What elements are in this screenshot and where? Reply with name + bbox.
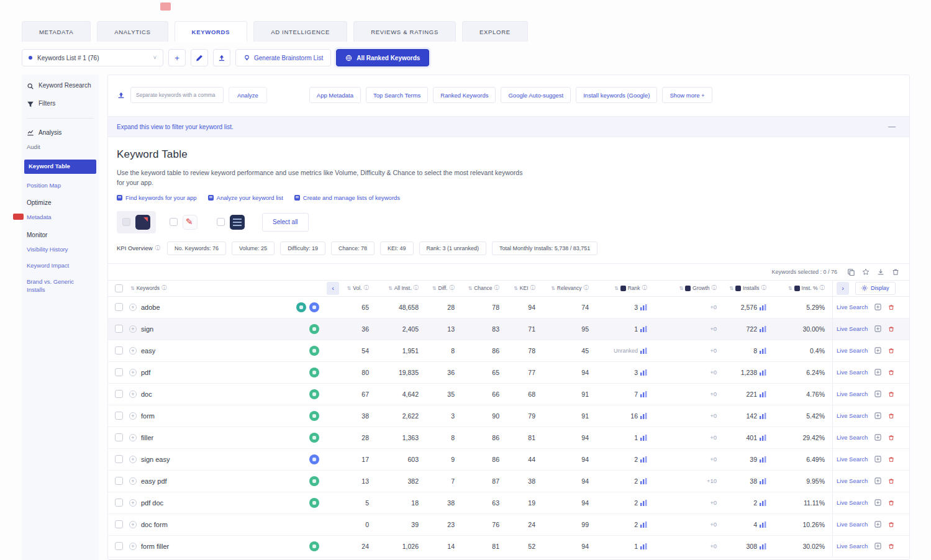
mini-chart-icon[interactable] xyxy=(760,435,766,441)
mini-chart-icon[interactable] xyxy=(760,456,766,463)
green-status-badge[interactable] xyxy=(309,498,319,508)
mini-chart-icon[interactable] xyxy=(640,413,647,419)
tab-keywords[interactable]: KEYWORDS xyxy=(175,21,248,42)
column-header-growth[interactable]: ⇅Growthⓘ xyxy=(655,284,724,292)
green-status-badge[interactable] xyxy=(309,433,319,443)
column-header-keywords[interactable]: ⇅Keywordsⓘ xyxy=(129,284,325,292)
live-search-link[interactable]: Live Search xyxy=(837,391,868,397)
row-checkbox[interactable] xyxy=(115,433,123,441)
add-keyword-icon[interactable]: + xyxy=(129,543,137,550)
sidebar-item-keyword-table[interactable]: Keyword Table xyxy=(24,160,96,174)
mini-chart-icon[interactable] xyxy=(760,500,766,506)
translate-icon[interactable] xyxy=(874,391,881,397)
mini-chart-icon[interactable] xyxy=(640,478,647,484)
source-chip-app-metadata[interactable]: App Metadata xyxy=(309,87,361,103)
keyword-input[interactable] xyxy=(130,87,224,103)
mini-chart-icon[interactable] xyxy=(640,500,647,506)
green-status-badge[interactable] xyxy=(309,476,319,486)
mini-chart-icon[interactable] xyxy=(760,391,766,397)
live-search-link[interactable]: Live Search xyxy=(837,434,868,441)
edit-list-button[interactable] xyxy=(191,49,208,66)
source-chip-install-keywords-google[interactable]: Install keywords (Google) xyxy=(576,87,657,103)
guide-link-create-and-manage-lists-of-keywords[interactable]: Create and manage lists of keywords xyxy=(294,194,400,201)
source-chip-top-search-terms[interactable]: Top Search Terms xyxy=(366,87,428,103)
column-header-diff[interactable]: ⇅Diff.ⓘ xyxy=(426,284,462,292)
sidebar-item-metadata[interactable]: Metadata xyxy=(27,214,94,222)
row-checkbox[interactable] xyxy=(115,390,123,398)
live-search-link[interactable]: Live Search xyxy=(837,412,868,419)
guide-link-analyze-your-keyword-list[interactable]: Analyze your keyword list xyxy=(208,194,283,201)
row-checkbox[interactable] xyxy=(115,325,123,333)
tab-analytics[interactable]: ANALYTICS xyxy=(97,21,168,42)
row-checkbox[interactable] xyxy=(115,520,123,528)
all-ranked-keywords-button[interactable]: All Ranked Keywords xyxy=(336,49,429,66)
delete-keyword-icon[interactable] xyxy=(888,500,895,506)
select-all-button[interactable]: Select all xyxy=(262,213,309,232)
mini-chart-icon[interactable] xyxy=(640,304,647,310)
add-list-button[interactable]: + xyxy=(168,49,186,66)
column-header-all-inst[interactable]: ⇅All Inst.ⓘ xyxy=(376,284,426,292)
translate-icon[interactable] xyxy=(874,434,881,441)
column-header-vol[interactable]: ⇅Vol.ⓘ xyxy=(340,284,376,292)
row-checkbox[interactable] xyxy=(115,499,123,507)
mini-chart-icon[interactable] xyxy=(640,348,647,354)
add-keyword-icon[interactable]: + xyxy=(129,456,137,463)
app-filter-secondary[interactable] xyxy=(164,211,203,233)
download-icon[interactable] xyxy=(877,268,884,276)
star-icon[interactable] xyxy=(862,268,870,276)
column-header-chance[interactable]: ⇅Chanceⓘ xyxy=(462,284,507,292)
select-all-checkbox[interactable] xyxy=(115,284,123,292)
add-keyword-icon[interactable]: + xyxy=(129,369,137,376)
upload-list-button[interactable] xyxy=(213,49,230,66)
app-checkbox[interactable] xyxy=(217,218,225,226)
live-search-link[interactable]: Live Search xyxy=(837,369,868,376)
sidebar-item-filters[interactable]: Filters xyxy=(27,100,94,108)
column-header-installs[interactable]: ⇅Installsⓘ xyxy=(724,284,774,292)
translate-icon[interactable] xyxy=(874,543,881,549)
tab-explore[interactable]: EXPLORE xyxy=(462,21,528,42)
delete-keyword-icon[interactable] xyxy=(888,348,895,354)
source-chip-google-auto-suggest[interactable]: Google Auto-suggest xyxy=(501,87,571,103)
green-status-badge[interactable] xyxy=(309,368,319,377)
live-search-link[interactable]: Live Search xyxy=(837,499,868,506)
mini-chart-icon[interactable] xyxy=(760,326,766,332)
sidebar-item-keyword-research[interactable]: Keyword Research xyxy=(27,82,94,90)
add-keyword-icon[interactable]: + xyxy=(129,477,137,485)
sidebar-item-audit[interactable]: Audit xyxy=(27,143,94,151)
row-checkbox[interactable] xyxy=(115,542,123,550)
translate-icon[interactable] xyxy=(874,369,881,376)
translate-icon[interactable] xyxy=(874,304,881,310)
generate-brainstorm-button[interactable]: Generate Brainstorm List xyxy=(235,49,331,66)
mini-chart-icon[interactable] xyxy=(640,326,647,332)
column-header-kei[interactable]: ⇅KEIⓘ xyxy=(507,284,543,292)
mini-chart-icon[interactable] xyxy=(640,543,647,549)
delete-keyword-icon[interactable] xyxy=(888,456,895,463)
import-keywords-icon[interactable] xyxy=(117,91,125,99)
delete-keyword-icon[interactable] xyxy=(888,304,895,310)
live-search-link[interactable]: Live Search xyxy=(837,477,868,484)
mini-chart-icon[interactable] xyxy=(640,391,647,397)
add-keyword-icon[interactable]: + xyxy=(129,521,137,528)
collapse-banner-button[interactable]: — xyxy=(883,122,901,131)
row-checkbox[interactable] xyxy=(115,346,123,355)
delete-keyword-icon[interactable] xyxy=(888,369,895,376)
live-search-link[interactable]: Live Search xyxy=(837,456,868,463)
add-keyword-icon[interactable]: + xyxy=(129,347,137,355)
live-search-link[interactable]: Live Search xyxy=(837,347,868,354)
mini-chart-icon[interactable] xyxy=(760,413,766,419)
translate-icon[interactable] xyxy=(874,499,881,506)
add-keyword-icon[interactable]: + xyxy=(129,304,137,311)
teal-status-badge[interactable] xyxy=(296,302,306,312)
copy-icon[interactable] xyxy=(847,268,855,276)
add-keyword-icon[interactable]: + xyxy=(129,412,137,420)
translate-icon[interactable] xyxy=(874,521,881,528)
column-header-rank[interactable]: ⇅Rankⓘ xyxy=(596,284,655,292)
app-checkbox[interactable] xyxy=(170,218,178,226)
delete-keyword-icon[interactable] xyxy=(888,326,895,332)
sidebar-item-position-map[interactable]: Position Map xyxy=(27,182,94,190)
trash-icon[interactable] xyxy=(892,268,899,276)
delete-keyword-icon[interactable] xyxy=(888,478,895,484)
add-keyword-icon[interactable]: + xyxy=(129,434,137,441)
sidebar-item-keyword-impact[interactable]: Keyword Impact xyxy=(27,262,94,270)
green-status-badge[interactable] xyxy=(309,324,319,334)
